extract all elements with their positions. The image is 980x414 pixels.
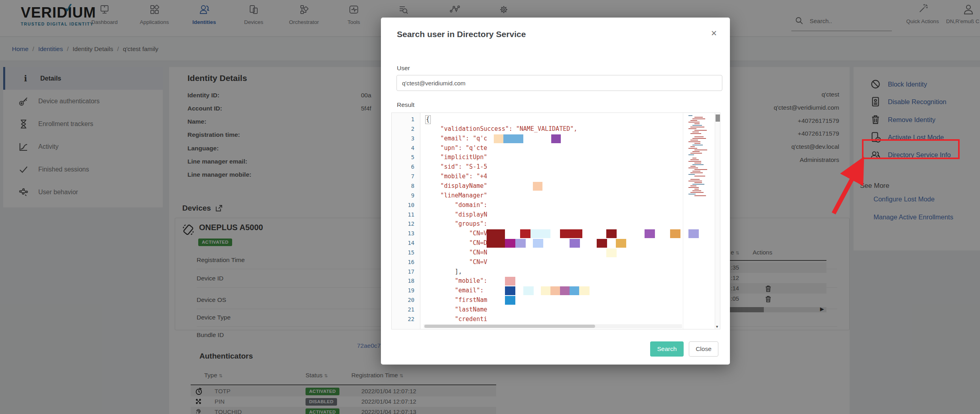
- redacted-block: [520, 229, 530, 238]
- redacted-block: [494, 134, 503, 143]
- code-line: "lastName: [426, 306, 487, 313]
- redacted-block: [606, 248, 617, 257]
- line-number: 7: [398, 173, 414, 179]
- redacted-block: [597, 239, 607, 248]
- redacted-block: [688, 229, 699, 238]
- redacted-block: [523, 286, 534, 295]
- code-line: "credenti: [426, 315, 487, 323]
- redacted-block: [670, 229, 680, 238]
- line-number: 3: [398, 135, 414, 142]
- line-number: 17: [398, 268, 414, 275]
- line-number: 2: [398, 126, 414, 132]
- code-line: ],: [426, 268, 462, 275]
- user-field-label: User: [397, 65, 410, 72]
- editor-gutter: 12345678910111213141516171819202122: [392, 113, 420, 329]
- veridium-app: VERIDIUM ✓ TRUSTED DIGITAL IDENTITY Dash…: [0, 0, 980, 414]
- line-number: 10: [398, 202, 414, 208]
- scrollbar-thumb[interactable]: [716, 114, 720, 122]
- line-number: 6: [398, 164, 414, 170]
- redacted-block: [570, 286, 580, 295]
- line-number: 14: [398, 240, 414, 246]
- scrollbar-thumb[interactable]: [424, 325, 595, 328]
- redacted-block: [533, 239, 543, 248]
- line-number: 16: [398, 259, 414, 265]
- code-line: "sid": "S-1-5: [426, 163, 487, 170]
- redacted-block: [515, 239, 526, 248]
- line-number: 9: [398, 192, 414, 199]
- redacted-block: [645, 229, 655, 238]
- line-number: 22: [398, 316, 414, 322]
- redacted-block: [503, 134, 523, 143]
- code-line: "CN=N: [426, 249, 487, 256]
- redacted-block: [505, 296, 515, 305]
- horizontal-scrollbar[interactable]: [424, 324, 682, 328]
- user-input[interactable]: [396, 75, 722, 91]
- vertical-scrollbar[interactable]: ▼: [715, 113, 720, 329]
- redacted-block: [579, 286, 590, 295]
- line-number: 13: [398, 230, 414, 237]
- code-line: "mobile":: [426, 277, 487, 284]
- code-line: "implicitUpn": [426, 154, 487, 161]
- line-number: 19: [398, 287, 414, 294]
- code-line: "validationSuccess": "NAME_VALIDATED",: [426, 125, 577, 132]
- code-line: "email": "q'c: [426, 135, 487, 142]
- result-label: Result: [397, 101, 414, 108]
- scroll-down-arrow[interactable]: ▼: [716, 325, 718, 329]
- line-number: 20: [398, 297, 414, 303]
- line-number: 8: [398, 183, 414, 189]
- redacted-block: [533, 182, 542, 191]
- code-line: "CN=V: [426, 258, 487, 266]
- code-line: "CN=V: [426, 230, 487, 237]
- redacted-block: [551, 134, 561, 143]
- line-number: 21: [398, 306, 414, 313]
- redacted-block: [505, 286, 515, 295]
- redacted-block: [570, 239, 580, 248]
- code-line: "lineManager": [426, 192, 487, 199]
- redacted-block: [530, 229, 550, 238]
- code-line: "groups":: [426, 220, 487, 227]
- redacted-block: [505, 277, 515, 286]
- json-result-editor[interactable]: 12345678910111213141516171819202122 { "v…: [391, 112, 720, 329]
- code-line: "email":: [426, 287, 484, 294]
- code-line: "upn": "q'cte: [426, 144, 487, 152]
- close-icon[interactable]: ✕: [711, 29, 717, 38]
- editor-minimap: [687, 114, 707, 198]
- code-line: "domain":: [426, 201, 487, 209]
- line-number: 18: [398, 278, 414, 284]
- code-line: "displayN: [426, 211, 487, 218]
- redacted-block: [606, 229, 617, 238]
- redacted-block: [487, 229, 505, 248]
- line-number: 1: [398, 116, 414, 122]
- code-line: "firstNam: [426, 296, 487, 304]
- line-number: 12: [398, 221, 414, 227]
- directory-service-modal: Search user in Directory Service ✕ User …: [381, 18, 730, 365]
- redacted-block: [541, 286, 551, 295]
- line-number: 5: [398, 154, 414, 160]
- line-number: 15: [398, 249, 414, 256]
- redacted-block: [560, 286, 570, 295]
- line-number: 4: [398, 145, 414, 151]
- redacted-block: [560, 229, 582, 238]
- search-button[interactable]: Search: [650, 341, 684, 357]
- print-margin-line: [683, 113, 683, 329]
- line-number: 11: [398, 211, 414, 218]
- code-line: "CN=D: [426, 239, 487, 246]
- modal-title: Search user in Directory Service: [397, 30, 526, 39]
- code-line: {: [426, 116, 430, 123]
- redacted-block: [616, 239, 626, 248]
- close-button[interactable]: Close: [689, 341, 718, 357]
- code-line: "displayName": [426, 182, 487, 189]
- redacted-block: [550, 286, 561, 295]
- code-line: "mobile": "+4: [426, 173, 487, 180]
- redacted-block: [505, 239, 515, 248]
